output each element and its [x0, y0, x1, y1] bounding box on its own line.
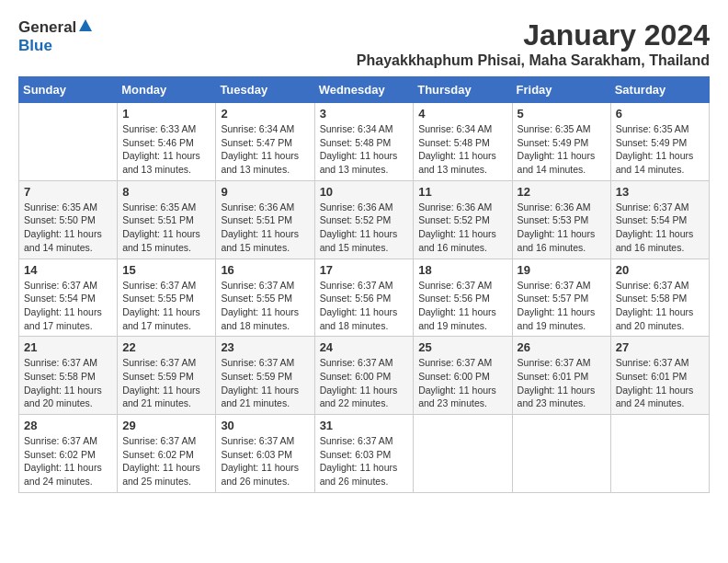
calendar-cell: 17Sunrise: 6:37 AM Sunset: 5:56 PM Dayli…: [314, 259, 414, 337]
day-info: Sunrise: 6:37 AM Sunset: 5:57 PM Dayligh…: [518, 279, 606, 333]
title-section: January 2024 Phayakkhaphum Phisai, Maha …: [357, 18, 710, 69]
calendar-day-header: Wednesday: [314, 77, 414, 103]
calendar-cell: 7Sunrise: 6:35 AM Sunset: 5:50 PM Daylig…: [19, 180, 118, 259]
calendar-cell: 9Sunrise: 6:36 AM Sunset: 5:51 PM Daylig…: [216, 180, 314, 259]
day-info: Sunrise: 6:36 AM Sunset: 5:51 PM Dayligh…: [221, 201, 309, 255]
day-info: Sunrise: 6:37 AM Sunset: 6:03 PM Dayligh…: [221, 434, 309, 488]
day-number: 30: [221, 419, 309, 432]
day-number: 13: [616, 185, 704, 199]
day-number: 1: [122, 107, 210, 121]
calendar-day-header: Friday: [512, 77, 610, 103]
day-info: Sunrise: 6:37 AM Sunset: 5:59 PM Dayligh…: [221, 356, 309, 410]
month-title: January 2024: [357, 18, 710, 52]
day-info: Sunrise: 6:37 AM Sunset: 5:55 PM Dayligh…: [221, 279, 309, 333]
calendar-cell: 23Sunrise: 6:37 AM Sunset: 5:59 PM Dayli…: [216, 337, 314, 415]
day-number: 12: [518, 185, 606, 199]
calendar-cell: 19Sunrise: 6:37 AM Sunset: 5:57 PM Dayli…: [512, 259, 610, 337]
day-number: 4: [418, 107, 506, 121]
day-info: Sunrise: 6:37 AM Sunset: 5:54 PM Dayligh…: [24, 279, 112, 333]
day-number: 28: [24, 419, 112, 432]
day-info: Sunrise: 6:37 AM Sunset: 5:58 PM Dayligh…: [616, 279, 704, 333]
calendar-cell: 20Sunrise: 6:37 AM Sunset: 5:58 PM Dayli…: [610, 259, 709, 337]
day-info: Sunrise: 6:37 AM Sunset: 6:01 PM Dayligh…: [518, 356, 606, 410]
calendar-cell: 24Sunrise: 6:37 AM Sunset: 6:00 PM Dayli…: [314, 337, 414, 415]
day-info: Sunrise: 6:37 AM Sunset: 6:02 PM Dayligh…: [122, 434, 210, 488]
calendar-day-header: Saturday: [610, 77, 709, 103]
calendar-cell: 1Sunrise: 6:33 AM Sunset: 5:46 PM Daylig…: [118, 103, 216, 181]
page-header: General Blue January 2024 Phayakkhaphum …: [18, 18, 710, 69]
calendar-cell: 12Sunrise: 6:36 AM Sunset: 5:53 PM Dayli…: [512, 180, 610, 259]
day-number: 8: [122, 185, 210, 199]
day-number: 20: [616, 263, 704, 277]
calendar-cell: 10Sunrise: 6:36 AM Sunset: 5:52 PM Dayli…: [314, 180, 414, 259]
calendar-cell: [512, 415, 610, 493]
day-info: Sunrise: 6:37 AM Sunset: 5:56 PM Dayligh…: [418, 279, 506, 333]
calendar-cell: 6Sunrise: 6:35 AM Sunset: 5:49 PM Daylig…: [610, 103, 709, 181]
calendar-cell: 14Sunrise: 6:37 AM Sunset: 5:54 PM Dayli…: [19, 259, 118, 337]
calendar-cell: 28Sunrise: 6:37 AM Sunset: 6:02 PM Dayli…: [19, 415, 118, 493]
day-info: Sunrise: 6:34 AM Sunset: 5:48 PM Dayligh…: [320, 122, 409, 177]
day-number: 2: [221, 107, 309, 121]
day-number: 27: [616, 340, 704, 354]
day-info: Sunrise: 6:37 AM Sunset: 6:00 PM Dayligh…: [418, 356, 506, 410]
day-info: Sunrise: 6:35 AM Sunset: 5:49 PM Dayligh…: [616, 122, 704, 177]
day-number: 26: [518, 340, 606, 354]
day-number: 19: [518, 263, 606, 277]
calendar-cell: 11Sunrise: 6:36 AM Sunset: 5:52 PM Dayli…: [414, 180, 512, 259]
calendar-week-row: 7Sunrise: 6:35 AM Sunset: 5:50 PM Daylig…: [19, 180, 710, 259]
calendar-week-row: 1Sunrise: 6:33 AM Sunset: 5:46 PM Daylig…: [19, 103, 710, 181]
calendar-cell: 31Sunrise: 6:37 AM Sunset: 6:03 PM Dayli…: [314, 415, 414, 493]
day-info: Sunrise: 6:37 AM Sunset: 6:01 PM Dayligh…: [616, 356, 704, 410]
day-number: 21: [24, 340, 112, 354]
day-info: Sunrise: 6:37 AM Sunset: 6:00 PM Dayligh…: [320, 356, 409, 410]
logo-triangle-icon: [78, 18, 93, 33]
day-number: 10: [320, 185, 409, 199]
day-number: 24: [320, 340, 409, 354]
calendar-cell: 27Sunrise: 6:37 AM Sunset: 6:01 PM Dayli…: [610, 337, 709, 415]
day-info: Sunrise: 6:37 AM Sunset: 5:58 PM Dayligh…: [24, 356, 112, 410]
calendar-cell: 3Sunrise: 6:34 AM Sunset: 5:48 PM Daylig…: [314, 103, 414, 181]
calendar-cell: 16Sunrise: 6:37 AM Sunset: 5:55 PM Dayli…: [216, 259, 314, 337]
day-number: 14: [24, 263, 112, 277]
calendar-cell: 21Sunrise: 6:37 AM Sunset: 5:58 PM Dayli…: [19, 337, 118, 415]
calendar-header-row: SundayMondayTuesdayWednesdayThursdayFrid…: [19, 77, 710, 103]
calendar-cell: 25Sunrise: 6:37 AM Sunset: 6:00 PM Dayli…: [414, 337, 512, 415]
day-number: 31: [320, 419, 409, 432]
calendar-cell: 13Sunrise: 6:37 AM Sunset: 5:54 PM Dayli…: [610, 180, 709, 259]
calendar-cell: 5Sunrise: 6:35 AM Sunset: 5:49 PM Daylig…: [512, 103, 610, 181]
day-info: Sunrise: 6:37 AM Sunset: 6:02 PM Dayligh…: [24, 434, 112, 488]
calendar-day-header: Sunday: [19, 77, 118, 103]
day-info: Sunrise: 6:35 AM Sunset: 5:51 PM Dayligh…: [122, 201, 210, 255]
calendar-week-row: 28Sunrise: 6:37 AM Sunset: 6:02 PM Dayli…: [19, 415, 710, 493]
calendar-table: SundayMondayTuesdayWednesdayThursdayFrid…: [18, 76, 710, 493]
calendar-cell: 30Sunrise: 6:37 AM Sunset: 6:03 PM Dayli…: [216, 415, 314, 493]
day-info: Sunrise: 6:37 AM Sunset: 6:03 PM Dayligh…: [320, 434, 409, 488]
day-number: 23: [221, 340, 309, 354]
day-number: 9: [221, 185, 309, 199]
day-number: 6: [616, 107, 704, 121]
calendar-day-header: Tuesday: [216, 77, 314, 103]
day-number: 7: [24, 185, 112, 199]
calendar-cell: [414, 415, 512, 493]
day-number: 5: [518, 107, 606, 121]
day-number: 22: [122, 340, 210, 354]
calendar-cell: [610, 415, 709, 493]
calendar-cell: 22Sunrise: 6:37 AM Sunset: 5:59 PM Dayli…: [118, 337, 216, 415]
day-info: Sunrise: 6:37 AM Sunset: 5:54 PM Dayligh…: [616, 201, 704, 255]
location-title: Phayakkhaphum Phisai, Maha Sarakham, Tha…: [357, 52, 710, 69]
logo-blue-text: Blue: [18, 37, 52, 54]
logo-general-part: General: [18, 18, 76, 37]
day-info: Sunrise: 6:35 AM Sunset: 5:50 PM Dayligh…: [24, 201, 112, 255]
day-number: 11: [418, 185, 506, 199]
day-info: Sunrise: 6:36 AM Sunset: 5:53 PM Dayligh…: [518, 201, 606, 255]
day-info: Sunrise: 6:33 AM Sunset: 5:46 PM Dayligh…: [122, 122, 210, 177]
calendar-cell: 26Sunrise: 6:37 AM Sunset: 6:01 PM Dayli…: [512, 337, 610, 415]
day-number: 3: [320, 107, 409, 121]
calendar-cell: 15Sunrise: 6:37 AM Sunset: 5:55 PM Dayli…: [118, 259, 216, 337]
calendar-cell: 29Sunrise: 6:37 AM Sunset: 6:02 PM Dayli…: [118, 415, 216, 493]
day-number: 16: [221, 263, 309, 277]
day-info: Sunrise: 6:37 AM Sunset: 5:56 PM Dayligh…: [320, 279, 409, 333]
day-info: Sunrise: 6:34 AM Sunset: 5:47 PM Dayligh…: [221, 122, 309, 177]
calendar-cell: 4Sunrise: 6:34 AM Sunset: 5:48 PM Daylig…: [414, 103, 512, 181]
day-number: 25: [418, 340, 506, 354]
